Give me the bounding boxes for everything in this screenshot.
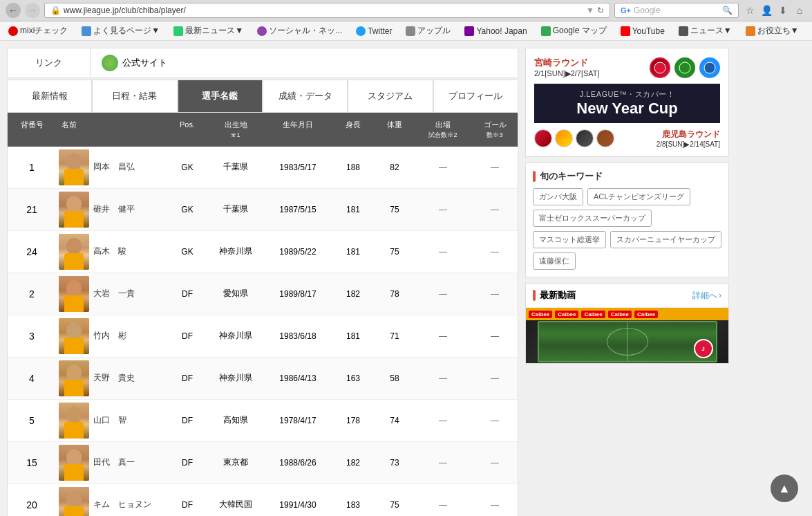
player-height: 181 — [332, 329, 374, 344]
kagoshima-round-label: 鹿児島ラウンド — [657, 129, 720, 140]
bookmark-news2[interactable]: ニュース▼ — [676, 24, 735, 38]
player-name-text: 大岩 一貴 — [93, 288, 135, 300]
bookmark-mixi[interactable]: mixiチェック — [6, 24, 70, 38]
calbee-logo-1: Calbee — [529, 311, 552, 318]
forward-button[interactable]: → — [25, 3, 40, 18]
player-pos: GK — [167, 202, 208, 217]
tab-results-data[interactable]: 成績・データ — [263, 80, 348, 112]
tab-profile[interactable]: プロフィール — [433, 80, 518, 112]
bookmark-yahoo[interactable]: Yahoo! Japan — [462, 25, 529, 37]
player-goals: — — [471, 497, 519, 513]
links-tab[interactable]: リンク — [8, 48, 91, 77]
search-submit-icon[interactable]: 🔍 — [722, 6, 733, 15]
header-birthplace: 出生地※1 — [208, 118, 263, 141]
player-pos: GK — [167, 244, 208, 259]
calbee-ad-strip: Calbee Calbee Calbee Calbee Calbee — [526, 308, 728, 320]
kagoshima-dates: 2/8[SUN]▶2/14[SAT] — [657, 140, 720, 148]
bookmark-gmap-label: Google マップ — [553, 25, 607, 37]
tab-schedule[interactable]: 日程・結果 — [92, 80, 177, 112]
player-table: 背番号 名前 Pos. 出生地※1 生年月日 身長 体重 出場試合数※2 ゴール… — [7, 112, 518, 516]
bookmark-icon[interactable]: ☆ — [743, 3, 757, 17]
player-goals: — — [471, 371, 519, 386]
miyazaki-team-logos — [650, 57, 720, 78]
search-placeholder: Google — [634, 6, 719, 15]
player-name-cell: 山口 智 — [56, 400, 167, 441]
player-height: 181 — [332, 244, 374, 259]
miyazaki-round-label: 宮崎ラウンド — [534, 57, 600, 69]
player-weight: 78 — [374, 286, 415, 302]
kagoshima-team-logos — [534, 129, 614, 147]
bookmark-yoku-label: よく見るページ▼ — [93, 25, 160, 37]
youtube-icon — [621, 26, 630, 36]
chrome-toolbar-icons: ☆ 👤 ⬇ ⌂ — [743, 3, 806, 17]
latest-video-section: 最新動画 詳細へ › Calbee Calbee Calbee Calbee C… — [525, 283, 729, 364]
player-weight: 73 — [374, 455, 415, 470]
video-thumbnail[interactable]: Calbee Calbee Calbee Calbee Calbee J — [526, 308, 728, 363]
player-name-text: 碓井 健平 — [93, 203, 135, 215]
scroll-to-top-button[interactable]: ▲ — [771, 474, 798, 502]
header-goals: ゴール数※3 — [471, 118, 519, 141]
header-appearances: 出場試合数※2 — [415, 118, 471, 141]
player-pos: DF — [167, 455, 208, 470]
official-site-link[interactable]: 公式サイト — [91, 49, 178, 77]
bookmark-apple-label: アップル — [417, 25, 451, 37]
bookmark-useful[interactable]: お役立ち▼ — [743, 24, 802, 38]
bookmark-gmap[interactable]: Google マップ — [538, 24, 610, 38]
bookmark-twitter[interactable]: Twitter — [353, 25, 395, 37]
bookmark-youtube[interactable]: YouTube — [618, 25, 668, 37]
header-pos: Pos. — [167, 118, 208, 141]
search-bar[interactable]: G+ Google 🔍 — [614, 3, 739, 18]
league-title: J.LEAGUE™・スカパー！ — [542, 89, 712, 100]
nyc-banner: J.LEAGUE™・スカパー！ New Year Cup — [534, 84, 720, 123]
twitter-icon — [356, 26, 366, 36]
player-goals: — — [471, 286, 519, 302]
back-button[interactable]: ← — [6, 3, 21, 18]
player-name-cell: キム ヒョヌン — [56, 484, 167, 516]
bookmark-apple[interactable]: アップル — [403, 24, 453, 38]
address-bar[interactable]: 🔒 www.jleague.jp/club/chiba/player/ ▼ ↻ — [44, 3, 610, 18]
player-name-text: 田代 真一 — [93, 457, 135, 468]
player-name-cell: 田代 真一 — [56, 442, 167, 483]
keyword-tag-endo[interactable]: 遠藤保仁 — [533, 252, 576, 270]
player-number: 2 — [8, 286, 56, 302]
keyword-tag-fuji[interactable]: 富士ゼロックススーパーカップ — [533, 210, 652, 227]
player-weight: 75 — [374, 497, 415, 513]
player-weight: 71 — [374, 329, 415, 344]
header-weight: 体重 — [374, 118, 415, 141]
player-appearances: — — [415, 202, 471, 217]
player-birthplace: 千葉県 — [208, 201, 263, 218]
bookmark-news-label: 最新ニュース▼ — [185, 25, 243, 37]
player-name-text: キム ヒョヌン — [93, 499, 151, 510]
keywords-title: 旬のキーワード — [533, 170, 721, 183]
table-row: 24 高木 駿 GK 神奈川県 1989/5/22 181 75 — — — [8, 231, 518, 273]
keyword-tag-mascot[interactable]: マスコット総選挙 — [533, 231, 606, 248]
miyazaki-round-info: 宮崎ラウンド 2/1[SUN]▶2/7[SAT] — [534, 57, 600, 78]
tab-stadium[interactable]: スタジアム — [348, 80, 433, 112]
keyword-tag-skypa[interactable]: スカパーニューイヤーカップ — [610, 231, 721, 248]
tab-player-list[interactable]: 選手名鑑 — [178, 80, 263, 112]
keyword-tag-acl[interactable]: ACLチャンピオンズリーグ — [587, 188, 690, 205]
latest-video-detail-link[interactable]: 詳細へ › — [692, 290, 721, 302]
home-icon[interactable]: ⌂ — [793, 3, 806, 17]
svg-point-2 — [704, 62, 715, 73]
player-weight: 75 — [374, 202, 415, 217]
sidebar: 宮崎ラウンド 2/1[SUN]▶2/7[SAT] — [525, 48, 729, 516]
tab-latest-info[interactable]: 最新情報 — [7, 80, 92, 112]
nav-tabs: 最新情報 日程・結果 選手名鑑 成績・データ スタジアム プロフィール — [7, 80, 518, 112]
keyword-tag-gamba[interactable]: ガンバ大阪 — [533, 188, 583, 205]
team-logo-3 — [699, 57, 720, 78]
apple-icon — [406, 26, 415, 36]
bookmark-news[interactable]: 最新ニュース▼ — [171, 24, 246, 38]
player-name-text: 高木 駿 — [93, 246, 126, 257]
bookmark-social[interactable]: ソーシャル・ネッ... — [254, 24, 345, 38]
download-icon[interactable]: ⬇ — [776, 3, 790, 17]
player-appearances: — — [415, 160, 471, 175]
player-appearances: — — [415, 371, 471, 386]
bookmark-yoku[interactable]: よく見るページ▼ — [79, 24, 162, 38]
header-height: 身長 — [332, 118, 374, 141]
header-number: 背番号 — [8, 118, 56, 141]
player-height: 182 — [332, 455, 374, 470]
refresh-icon[interactable]: ↻ — [597, 6, 604, 15]
profile-icon[interactable]: 👤 — [759, 3, 773, 17]
bookmark-yahoo-label: Yahoo! Japan — [476, 26, 527, 36]
